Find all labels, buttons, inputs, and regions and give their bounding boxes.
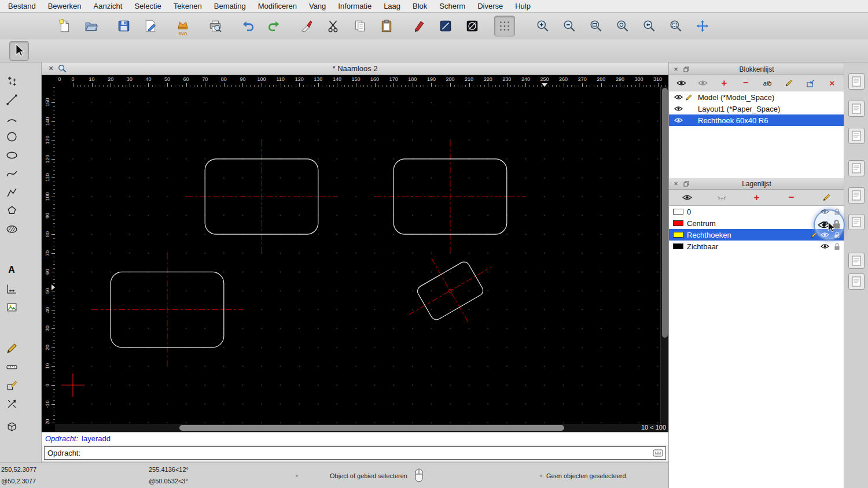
add-layer-button[interactable]: + — [748, 191, 766, 205]
copy-button[interactable] — [350, 16, 370, 36]
block-row-layout1[interactable]: Layout1 (*Paper_Space) — [669, 103, 844, 114]
add-block-button[interactable]: + — [716, 76, 733, 90]
zoom-in-button[interactable] — [532, 16, 553, 36]
command-input[interactable]: Opdracht: — [44, 446, 666, 460]
show-all-blocks-button[interactable] — [672, 76, 690, 90]
show-all-layers-button[interactable] — [678, 191, 696, 205]
points-tool-button[interactable] — [3, 72, 20, 90]
edit-file-button[interactable] — [140, 16, 161, 36]
eye-icon[interactable] — [821, 243, 829, 249]
pan-button[interactable] — [692, 16, 713, 36]
arc-tool-button[interactable] — [3, 109, 20, 127]
zoom-redraw-button[interactable] — [612, 16, 633, 36]
grid-toggle-button[interactable] — [494, 16, 515, 36]
shape-edit-icon — [6, 379, 18, 391]
measure-tool-button[interactable] — [3, 358, 20, 375]
menu-bestand[interactable]: Bestand — [8, 2, 36, 10]
hide-all-layers-button[interactable] — [713, 191, 730, 205]
vertical-scrollbar[interactable] — [660, 87, 668, 424]
zoom-window-button[interactable] — [665, 16, 686, 36]
menu-informatie[interactable]: Informatie — [338, 2, 372, 10]
keyboard-icon[interactable] — [653, 449, 663, 457]
save-button[interactable] — [113, 16, 134, 36]
menu-tekenen[interactable]: Tekenen — [174, 2, 202, 10]
menu-diverse[interactable]: Diverse — [477, 2, 503, 10]
menu-blok[interactable]: Blok — [413, 2, 427, 10]
edit-block-button[interactable] — [780, 76, 797, 90]
purge-blocks-button[interactable]: × — [823, 76, 841, 90]
cut-button[interactable] — [323, 16, 344, 36]
text-tool-button[interactable]: A — [3, 261, 20, 279]
eye-icon[interactable] — [674, 94, 683, 100]
spline-tool-button[interactable] — [3, 165, 20, 182]
menu-hulp[interactable]: Hulp — [515, 2, 531, 10]
eye-icon[interactable] — [674, 106, 683, 112]
menu-vang[interactable]: Vang — [309, 2, 326, 10]
edit-layer-button[interactable] — [818, 191, 835, 205]
dock-widget-button-5[interactable] — [848, 187, 865, 204]
horizontal-scrollbar[interactable]: 10 < 100 — [55, 424, 668, 432]
menu-scherm[interactable]: Scherm — [439, 2, 465, 10]
polyline-tool-button[interactable] — [3, 183, 20, 201]
image-tool-button[interactable] — [3, 298, 20, 316]
polygon-tool-button[interactable] — [3, 202, 20, 219]
dock-widget-button-7[interactable] — [848, 253, 865, 269]
lock-icon[interactable] — [834, 243, 840, 250]
zoom-previous-button[interactable] — [639, 16, 660, 36]
dock-widget-button-1[interactable] — [848, 73, 865, 90]
hide-all-blocks-button[interactable] — [694, 76, 711, 90]
dock-widget-button-3[interactable] — [848, 128, 865, 144]
auto-zoom-button[interactable] — [586, 16, 606, 36]
undo-button[interactable] — [237, 16, 258, 36]
shape-edit-tool-button[interactable] — [3, 376, 20, 394]
svg-export-button[interactable]: SVG — [172, 16, 193, 36]
paste-button[interactable] — [376, 16, 397, 36]
menu-aanzicht[interactable]: Aanzicht — [94, 2, 123, 10]
print-preview-button[interactable] — [205, 16, 226, 36]
delete-tool-button[interactable] — [296, 16, 317, 36]
vertical-scrollbar-thumb[interactable] — [662, 88, 668, 338]
insert-block-button[interactable] — [802, 76, 819, 90]
circle-tool-button[interactable] — [3, 128, 20, 145]
eye-icon[interactable] — [674, 117, 683, 123]
pencil-edit-tool-button[interactable] — [3, 339, 20, 357]
drawing-canvas[interactable] — [55, 87, 660, 424]
remove-block-button[interactable]: − — [737, 76, 755, 90]
menu-bemating[interactable]: Bemating — [214, 2, 246, 10]
clipboard-icon — [380, 19, 393, 33]
redo-button[interactable] — [264, 16, 285, 36]
new-file-button[interactable] — [54, 16, 75, 36]
menu-bewerken[interactable]: Bewerken — [48, 2, 82, 10]
dimension-tool-button[interactable] — [3, 280, 20, 297]
pencil-icon[interactable] — [685, 94, 693, 101]
layers-toolbar: + − — [669, 190, 844, 206]
horizontal-scrollbar-thumb[interactable] — [179, 425, 564, 431]
rename-block-button[interactable]: alb — [759, 76, 776, 90]
block-row-model[interactable]: Model (*Model_Space) — [669, 91, 844, 103]
hatch-tool-button[interactable] — [3, 220, 20, 238]
selection-tool-button[interactable] — [9, 41, 29, 61]
zoom-out-button[interactable] — [559, 16, 580, 36]
menu-laag[interactable]: Laag — [384, 2, 400, 10]
status-separator-dot — [540, 475, 542, 477]
block-row-rechthoek[interactable]: Rechthoek 60x40 R6 — [669, 114, 844, 126]
dock-widget-button-6[interactable] — [848, 214, 865, 230]
dock-widget-button-2[interactable] — [848, 101, 865, 117]
explode-tool-button[interactable] — [3, 395, 20, 412]
ellipse-tool-button[interactable] — [3, 146, 20, 164]
line-tool-button[interactable] — [3, 91, 20, 108]
menu-selectie[interactable]: Selectie — [134, 2, 161, 10]
box3d-tool-button[interactable] — [3, 417, 20, 435]
command-history-label: Opdracht: — [45, 434, 78, 443]
draw-order-button[interactable] — [462, 16, 483, 36]
layer-row-zichtbaar[interactable]: Zichtbaar — [669, 241, 844, 252]
drawing-svg[interactable] — [55, 87, 660, 424]
slashed-circle-icon — [465, 19, 479, 33]
dock-widget-button-8[interactable] — [848, 273, 865, 290]
menu-modificeren[interactable]: Modificeren — [258, 2, 297, 10]
line-attributes-button[interactable] — [435, 16, 456, 36]
pen-attributes-button[interactable] — [409, 16, 429, 36]
remove-layer-button[interactable]: − — [783, 191, 800, 205]
dock-widget-button-4[interactable] — [848, 160, 865, 176]
open-file-button[interactable] — [81, 16, 102, 36]
